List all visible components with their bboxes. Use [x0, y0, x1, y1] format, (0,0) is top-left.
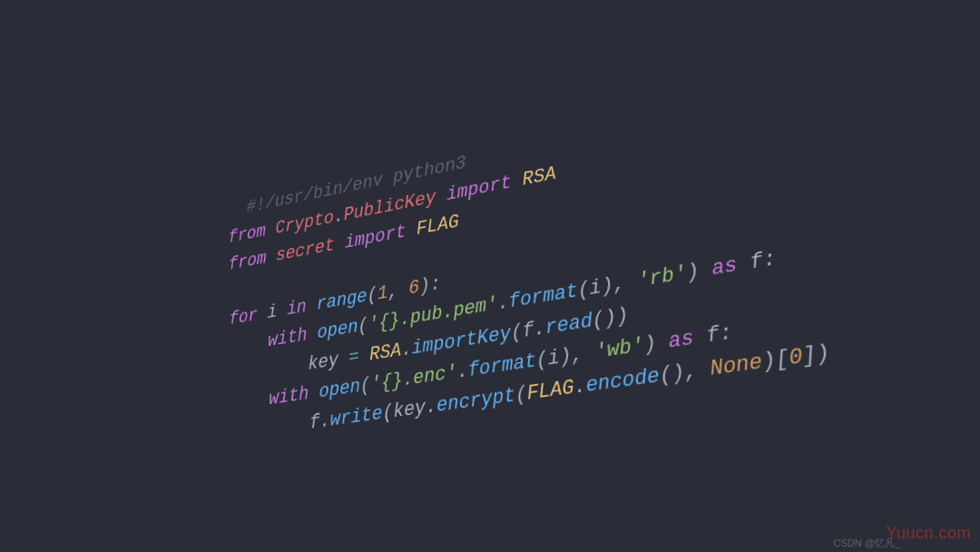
var-key: key	[308, 349, 338, 375]
dot: .	[333, 205, 344, 227]
dot: .	[400, 338, 412, 361]
kw-from: from	[229, 248, 267, 275]
const-none: None	[709, 350, 764, 381]
num-1: 1	[377, 282, 388, 305]
fn-read: read	[544, 310, 593, 340]
comma: ,	[387, 279, 409, 303]
str-enc: '{}.enc'	[370, 361, 457, 396]
paren: (	[367, 284, 377, 307]
comma: ,	[683, 357, 711, 384]
paren: )	[642, 331, 657, 357]
dot: .	[319, 409, 330, 433]
module-secret: secret	[276, 235, 335, 267]
paren: (	[358, 315, 368, 338]
const-flag: FLAG	[526, 376, 575, 406]
kw-with: with	[268, 325, 308, 352]
str-rb: 'rb'	[636, 262, 688, 293]
fn-open: open	[318, 375, 360, 403]
kw-import: import	[344, 222, 407, 254]
paren: )	[815, 340, 832, 368]
num-6: 6	[408, 277, 420, 301]
class-rsa: RSA	[522, 163, 557, 192]
const-flag: FLAG	[416, 212, 459, 241]
watermark-author: CSDN @忆凡_	[833, 537, 900, 550]
kw-from: from	[228, 222, 266, 249]
kw-in: in	[287, 297, 307, 321]
module-publickey: PublicKey	[343, 187, 436, 226]
colon: :	[718, 320, 733, 347]
fn-write: write	[329, 402, 383, 431]
fn-encrypt: encrypt	[436, 384, 515, 418]
colon: :	[429, 273, 441, 297]
code-stage: #!/usr/bin/env python3 from Crypto.Publi…	[172, 137, 808, 416]
var-f: f	[309, 411, 320, 435]
comma: ,	[612, 271, 639, 297]
paren: )	[419, 275, 431, 299]
op-assign: =	[338, 344, 370, 370]
colon: :	[761, 248, 778, 273]
module-crypto: Crypto	[275, 208, 334, 240]
fn-encode: encode	[585, 364, 661, 398]
kw-with: with	[269, 383, 309, 410]
shebang-comment: #!/usr/bin/env python3	[247, 153, 467, 218]
fn-format: format	[467, 350, 537, 382]
kw-for: for	[229, 305, 258, 330]
paren: )	[685, 261, 701, 286]
fn-format: format	[508, 281, 579, 314]
paren: )	[615, 303, 630, 329]
var-key: key	[393, 396, 426, 423]
code-block: #!/usr/bin/env python3 from Crypto.Publi…	[219, 81, 832, 450]
str-wb: 'wb'	[594, 333, 645, 364]
paren: (	[382, 400, 394, 424]
kw-as: as	[710, 254, 739, 281]
fn-range: range	[316, 286, 368, 316]
class-rsa: RSA	[369, 340, 402, 366]
fn-open: open	[317, 317, 358, 345]
fn-importkey: importKey	[411, 322, 512, 360]
paren: (	[360, 374, 371, 398]
var-i: i	[267, 301, 277, 324]
kw-as: as	[667, 326, 695, 353]
kw-import: import	[446, 172, 512, 205]
comma: ,	[571, 340, 596, 367]
